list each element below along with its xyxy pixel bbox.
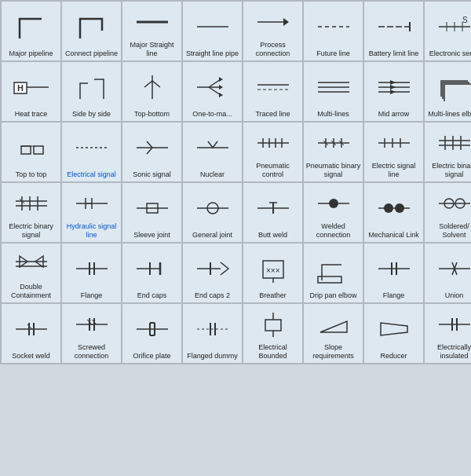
label-general-joint: General joint (192, 231, 232, 240)
label-process-connection: Process connection (245, 41, 301, 58)
cell-electric-signal-line[interactable]: Electric signal line (364, 123, 423, 181)
svg-marker-3 (283, 18, 289, 26)
cell-side-by-side[interactable]: Side by side (62, 62, 121, 121)
cell-top-bottom[interactable]: Top-bottom (122, 62, 181, 121)
cell-pneumatic-control[interactable]: Pneumatic control (243, 123, 302, 181)
icon-multi-lines-elbow (426, 65, 471, 108)
cell-electrical-signal[interactable]: Electrical signal (62, 123, 121, 181)
cell-sleeve-joint[interactable]: Sleeve joint (122, 183, 181, 242)
svg-text:H: H (17, 83, 24, 93)
cell-multi-lines[interactable]: Multi-lines (304, 62, 363, 121)
cell-flanged-dummy[interactable]: Flanged dummy (183, 304, 242, 363)
svg-rect-35 (34, 146, 43, 154)
cell-soldered-solvent[interactable]: Soldered/ Solvent (425, 183, 471, 242)
svg-rect-125 (265, 320, 281, 331)
icon-reducer (366, 307, 422, 350)
cell-sonic-signal[interactable]: Sonic signal (122, 123, 181, 181)
cell-process-connection[interactable]: Process connection (243, 2, 302, 60)
label-hydraulic-signal-line: Hydraulic signal line (64, 222, 119, 240)
icon-screwed-connection (64, 307, 119, 342)
icon-mechanical-link (366, 186, 422, 229)
label-straight-line-pipe: Straight line pipe (186, 49, 239, 58)
label-multi-lines-elbow: Multi-lines elbow (428, 110, 471, 119)
cell-end-caps[interactable]: End caps (122, 243, 181, 302)
label-sleeve-joint: Sleeve joint (133, 231, 170, 240)
cell-top-to-top[interactable]: Top to top (2, 123, 60, 181)
cell-major-straight-line[interactable]: Major Straight line (122, 2, 181, 60)
cell-multi-lines-elbow[interactable]: Multi-lines elbow (425, 62, 471, 121)
svg-point-82 (395, 203, 404, 213)
cell-socket-weld[interactable]: Socket weld (2, 304, 60, 363)
icon-side-by-side (64, 65, 119, 108)
label-slope-requirements: Slope requirements (305, 343, 361, 361)
label-mechanical-link: Mechanical Link (368, 231, 419, 240)
cell-slope-requirements[interactable]: Slope requirements (304, 304, 363, 363)
icon-connect-pipeline (64, 5, 119, 48)
cell-flange[interactable]: Flange (62, 243, 121, 302)
cell-breather[interactable]: ×××Breather (243, 243, 302, 302)
icon-flanged-dummy (184, 307, 240, 350)
icon-electronic-serial: S (426, 5, 471, 48)
cell-heat-trace[interactable]: HHeat trace (2, 62, 60, 121)
cell-future-line[interactable]: Future line (304, 2, 363, 60)
label-nuclear: Nuclear (200, 170, 225, 179)
label-butt-weld: Butt weld (258, 231, 287, 240)
icon-pneumatic-binary-signal (305, 126, 361, 160)
cell-welded-connection[interactable]: Welded connection (304, 183, 363, 242)
svg-marker-31 (390, 80, 396, 85)
cell-electrically-insulated[interactable]: Electrically insulated (425, 304, 471, 363)
icon-top-to-top (3, 126, 59, 169)
label-major-pipeline: Major pipeline (9, 49, 53, 58)
cell-traced-line[interactable]: Traced line (243, 62, 302, 121)
cell-orifice-plate[interactable]: Orifice plate (122, 304, 181, 363)
label-future-line: Future line (316, 49, 350, 58)
cell-butt-weld[interactable]: Butt weld (243, 183, 302, 242)
cell-general-joint[interactable]: General joint (183, 183, 242, 242)
label-heat-trace: Heat trace (15, 110, 48, 119)
icon-general-joint (184, 186, 240, 229)
cell-battery-limit-line[interactable]: Battery limit line (364, 2, 423, 60)
icon-electrical-signal (64, 126, 119, 169)
svg-marker-129 (381, 323, 407, 335)
cell-one-to-many[interactable]: One-to-ma... (183, 62, 242, 121)
cell-connect-pipeline[interactable]: Connect pipeline (62, 2, 121, 60)
cell-union[interactable]: Union (425, 243, 471, 302)
svg-marker-21 (219, 85, 223, 90)
cell-electric-binary-signal[interactable]: Electric binary signal (2, 183, 60, 242)
cell-drip-pan-elbow[interactable]: Drip pan elbow (304, 243, 363, 302)
label-multi-lines: Multi-lines (317, 110, 349, 119)
icon-electric-binary-signal (3, 186, 59, 221)
svg-marker-22 (219, 93, 223, 97)
cell-mid-arrow[interactable]: Mid arrow (364, 62, 423, 121)
icon-breather: ××× (245, 247, 301, 290)
icon-multi-lines (305, 65, 361, 108)
label-pneumatic-binary-signal: Pneumatic binary signal (305, 162, 361, 179)
label-traced-line: Traced line (255, 110, 290, 119)
icon-electrically-insulated (426, 307, 471, 342)
svg-line-17 (209, 79, 221, 87)
cell-major-pipeline[interactable]: Major pipeline (2, 2, 60, 60)
label-end-caps: End caps (137, 291, 167, 300)
cell-double-containment[interactable]: Double Containment (2, 243, 60, 302)
label-battery-limit-line: Battery limit line (369, 49, 419, 58)
label-side-by-side: Side by side (72, 110, 111, 119)
icon-nuclear (184, 126, 240, 169)
icon-end-caps (124, 247, 180, 290)
cell-electrical-bounded[interactable]: Electrical Bounded (243, 304, 302, 363)
cell-reducer[interactable]: Reducer (364, 304, 423, 363)
svg-marker-32 (390, 85, 396, 90)
cell-mechanical-link[interactable]: Mechanical Link (364, 183, 423, 242)
label-top-to-top: Top to top (16, 170, 47, 179)
cell-straight-line-pipe[interactable]: Straight line pipe (183, 2, 242, 60)
cell-electric-binary-signal2[interactable]: Electric binary signal (425, 123, 471, 181)
cell-nuclear[interactable]: Nuclear (183, 123, 242, 181)
cell-pneumatic-binary-signal[interactable]: Pneumatic binary signal (304, 123, 363, 181)
icon-process-connection (245, 5, 301, 39)
cell-screwed-connection[interactable]: Screwed connection (62, 304, 121, 363)
cell-flange2[interactable]: Flange (364, 243, 423, 302)
label-electrical-bounded: Electrical Bounded (245, 343, 301, 361)
cell-hydraulic-signal-line[interactable]: Hydraulic signal line (62, 183, 121, 242)
label-orifice-plate: Orifice plate (133, 352, 170, 361)
cell-end-caps-2[interactable]: End caps 2 (183, 243, 242, 302)
cell-electronic-serial[interactable]: SElectronic serial (425, 2, 471, 60)
